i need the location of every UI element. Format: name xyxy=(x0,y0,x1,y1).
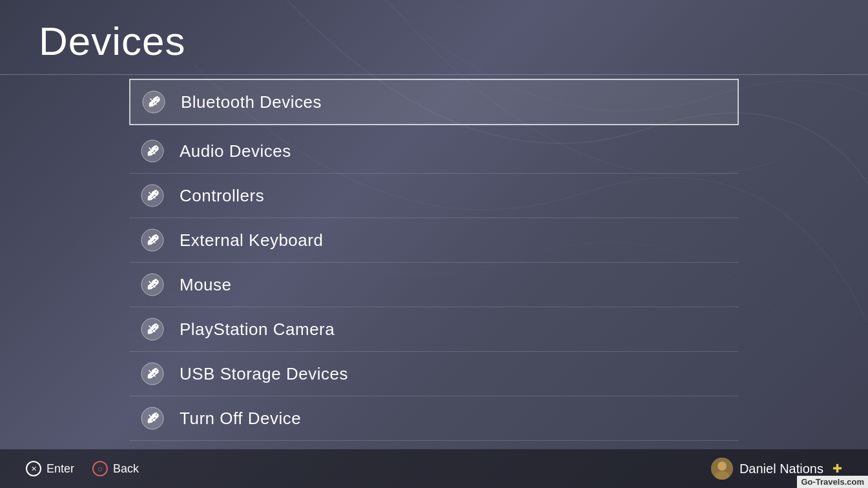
watermark: Go-Travels.com xyxy=(797,476,868,488)
menu-item-label-controllers: Controllers xyxy=(180,186,264,206)
menu-item-controllers[interactable]: Controllers xyxy=(129,174,739,218)
back-button[interactable]: Back xyxy=(92,461,139,476)
ps-plus-icon: ✚ xyxy=(832,462,842,476)
wrench-icon-controllers xyxy=(141,184,164,207)
cross-icon xyxy=(26,461,41,476)
menu-item-usb[interactable]: USB Storage Devices xyxy=(129,352,739,396)
menu-item-turnoff[interactable]: Turn Off Device xyxy=(129,396,739,441)
menu-item-label-usb: USB Storage Devices xyxy=(180,364,348,384)
user-name: Daniel Nations xyxy=(739,462,823,476)
enter-label: Enter xyxy=(46,462,74,476)
menu-item-label-mouse: Mouse xyxy=(180,275,232,295)
wrench-icon-audio xyxy=(141,139,164,163)
wrench-icon-mouse xyxy=(141,273,164,296)
wrench-icon-bluetooth xyxy=(142,90,165,114)
menu-item-label-turnoff: Turn Off Device xyxy=(180,409,301,429)
svg-point-20 xyxy=(149,375,151,378)
wrench-icon-turnoff xyxy=(141,407,164,430)
footer-controls: Enter Back xyxy=(26,461,139,476)
menu-item-audio[interactable]: Audio Devices xyxy=(129,129,739,174)
page-content: Devices Bluetooth Devices xyxy=(0,0,868,441)
back-label: Back xyxy=(113,462,139,476)
wrench-icon-keyboard xyxy=(141,229,164,252)
svg-point-5 xyxy=(149,152,151,155)
menu-item-label-audio: Audio Devices xyxy=(180,141,291,161)
menu-item-camera[interactable]: PlayStation Camera xyxy=(129,307,739,352)
svg-point-2 xyxy=(150,103,152,106)
wrench-icon-camera xyxy=(141,318,164,341)
menu-item-bluetooth[interactable]: Bluetooth Devices xyxy=(129,79,739,125)
menu-item-keyboard[interactable]: External Keyboard xyxy=(129,218,739,263)
circle-icon xyxy=(92,461,108,476)
menu-item-label-bluetooth: Bluetooth Devices xyxy=(181,92,322,112)
enter-button[interactable]: Enter xyxy=(26,461,74,476)
page-title: Devices xyxy=(39,18,829,64)
menu-item-label-keyboard: External Keyboard xyxy=(180,230,323,250)
svg-point-25 xyxy=(718,462,727,471)
footer-bar: Enter Back Daniel Nations ✚ xyxy=(0,449,868,488)
header: Devices xyxy=(0,0,868,75)
wrench-icon-usb xyxy=(141,362,164,385)
menu-list: Bluetooth Devices Audio Devices xyxy=(0,79,868,441)
menu-item-label-camera: PlayStation Camera xyxy=(180,320,335,340)
svg-point-8 xyxy=(149,197,151,199)
avatar xyxy=(711,458,733,480)
svg-point-11 xyxy=(149,241,151,244)
svg-point-23 xyxy=(149,420,151,422)
svg-point-17 xyxy=(149,330,151,333)
menu-item-mouse[interactable]: Mouse xyxy=(129,263,739,307)
svg-point-14 xyxy=(149,286,151,289)
